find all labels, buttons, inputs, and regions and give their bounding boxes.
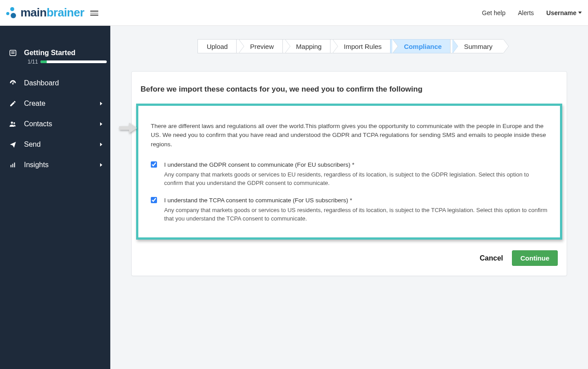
wizard-step-label: Summary [464,43,492,50]
sidebar-getting-started[interactable]: Getting Started 1/11 [0,43,110,69]
sidebar-item-label: Insights [24,161,100,169]
svg-rect-9 [14,163,15,168]
svg-rect-8 [12,164,13,167]
svg-rect-4 [12,82,14,84]
pencil-icon [8,100,18,107]
cancel-button[interactable]: Cancel [477,251,506,266]
sidebar-item-create[interactable]: Create [0,93,110,114]
sidebar-item-label: Contacts [24,120,100,128]
gdpr-label: I understand the GDPR consent to communi… [164,161,548,168]
bar-chart-icon [8,161,18,168]
user-menu[interactable]: Username [546,9,582,16]
sidebar-item-label: Dashboard [24,79,102,87]
topbar-left: mainbrainer [4,6,98,20]
card-actions: Cancel Continue [132,240,567,266]
chevron-right-icon [100,143,102,146]
main-content: Upload Preview Mapping Import Rules Comp… [110,26,588,369]
sidebar-item-label: Send [24,140,100,148]
get-help-link[interactable]: Get help [482,9,506,16]
wizard-step-label: Preview [250,43,274,50]
logo[interactable]: mainbrainer [4,6,84,20]
tcpa-checkbox[interactable] [151,197,157,203]
wizard-step-compliance[interactable]: Compliance [390,39,453,53]
dashboard-icon [8,79,18,87]
sidebar-item-label: Create [24,100,100,108]
people-icon [8,120,18,128]
logo-text-main: main [20,6,47,20]
wizard-step-label: Import Rules [344,43,382,50]
alerts-link[interactable]: Alerts [518,9,534,16]
caret-down-icon [578,12,582,14]
wizard-step-upload[interactable]: Upload [197,39,239,53]
consent-tcpa: I understand the TCPA consent to communi… [151,197,548,223]
svg-rect-7 [11,165,12,167]
compliance-card: Before we import these contacts for you,… [131,71,567,276]
logo-icon [4,6,18,20]
highlight-box: There are different laws and regulations… [136,104,562,240]
sidebar-item-dashboard[interactable]: Dashboard [0,73,110,93]
chevron-right-icon [100,163,102,167]
gdpr-checkbox[interactable] [151,161,157,168]
intro-text: There are different laws and regulations… [151,122,548,149]
tcpa-label: I understand the TCPA consent to communi… [164,197,548,204]
logo-text-accent: brainer [47,6,85,20]
card-heading: Before we import these contacts for you,… [132,82,567,104]
wizard-step-label: Upload [207,43,228,50]
gdpr-desc: Any company that markets goods or servic… [164,171,548,188]
consent-gdpr: I understand the GDPR consent to communi… [151,161,548,188]
callout-arrow-icon [119,123,137,133]
sidebar-item-contacts[interactable]: Contacts [0,114,110,134]
wizard-steps: Upload Preview Mapping Import Rules Comp… [124,39,575,53]
paper-plane-icon [8,141,18,148]
chevron-right-icon [100,122,102,126]
menu-toggle-icon[interactable] [90,10,98,16]
topbar-right: Get help Alerts Username [482,9,582,16]
continue-button[interactable]: Continue [512,250,558,266]
svg-point-6 [13,122,15,124]
wizard-step-label: Mapping [296,43,322,50]
wizard-step-label: Compliance [404,43,442,50]
username-label: Username [546,9,576,16]
progress-bar-fill [40,60,46,63]
progress-bar [40,60,107,63]
wizard-step-summary[interactable]: Summary [450,39,503,53]
sidebar: Getting Started 1/11 Dashboard Creat [0,26,110,369]
getting-started-label: Getting Started [24,49,102,57]
chevron-right-icon [100,102,102,105]
tcpa-desc: Any company that markets goods or servic… [164,206,548,223]
topbar: mainbrainer Get help Alerts Username [0,0,588,26]
wizard-step-import-rules[interactable]: Import Rules [330,39,393,53]
svg-point-5 [11,122,13,124]
sidebar-item-send[interactable]: Send [0,134,110,155]
getting-started-icon [8,49,18,57]
sidebar-item-insights[interactable]: Insights [0,155,110,175]
body: Getting Started 1/11 Dashboard Creat [0,26,588,369]
